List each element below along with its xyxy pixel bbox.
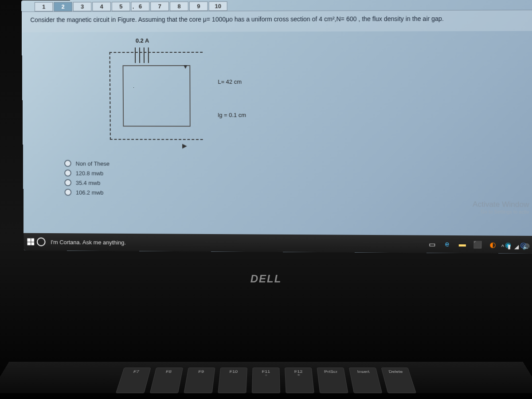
- laptop-photo: 1 2 3 4 5 6 7 8 9 10 Consider the magnet…: [0, 0, 532, 399]
- tab-10[interactable]: 10: [209, 1, 227, 11]
- key-f8: F8: [150, 368, 183, 393]
- watermark-sub: Go to Settings to activ: [473, 209, 529, 215]
- current-label: 0.2 A: [136, 37, 149, 44]
- arrow-down-icon: ▼: [182, 63, 188, 70]
- tab-3[interactable]: 3: [73, 2, 92, 11]
- tab-7[interactable]: 7: [150, 2, 169, 11]
- radio-icon[interactable]: [64, 189, 71, 196]
- tab-1[interactable]: 1: [35, 2, 53, 12]
- option-row[interactable]: 35.4 mwb: [64, 179, 532, 188]
- option-label: 106.2 mwb: [76, 189, 104, 196]
- option-label: Non of These: [75, 160, 110, 167]
- core-inner: [122, 65, 190, 127]
- gap-label: lg = 0.1 cm: [218, 112, 246, 118]
- explorer-icon[interactable]: ▬: [456, 238, 469, 250]
- arrow-right-icon: ▶: [182, 142, 187, 149]
- radio-icon[interactable]: [64, 179, 71, 186]
- tab-8[interactable]: 8: [170, 2, 188, 11]
- tab-4[interactable]: 4: [92, 2, 111, 11]
- tab-9[interactable]: 9: [189, 1, 208, 11]
- tab-5[interactable]: 5: [112, 2, 130, 11]
- key-delete: Delete: [381, 368, 416, 393]
- cortana-icon[interactable]: [37, 238, 46, 246]
- radio-icon[interactable]: [64, 169, 71, 176]
- cortana-text[interactable]: I'm Cortana. Ask me anything.: [51, 239, 126, 246]
- chevron-up-icon[interactable]: ^: [501, 243, 504, 250]
- wifi-icon[interactable]: ◢: [514, 243, 519, 250]
- option-row[interactable]: 120.8 mwb: [64, 169, 532, 178]
- option-label: 35.4 mwb: [76, 180, 100, 186]
- answer-options: Non of These 120.8 mwb 35.4 mwb 106.2 mw…: [64, 160, 532, 198]
- option-label: 120.8 mwb: [76, 170, 104, 176]
- tab-2[interactable]: 2: [54, 2, 72, 11]
- laptop-brand: DELL: [250, 273, 282, 285]
- key-f12: F12☀: [285, 368, 314, 393]
- taskbar: I'm Cortana. Ask me anything. ▭ e ▬ ⬛ ◐ …: [24, 233, 532, 254]
- windows-watermark: Activate Window Go to Settings to activ: [473, 200, 529, 215]
- key-f10: F10: [218, 368, 247, 393]
- keyboard: F7 F8 F9 F10 F11☼ F12☀ PrtScr Insert Del…: [0, 362, 532, 393]
- store-icon[interactable]: ⬛: [471, 238, 484, 250]
- start-icon[interactable]: [27, 239, 34, 246]
- radio-icon[interactable]: [64, 160, 71, 167]
- question-text: Consider the magnetic circuit in Figure.…: [22, 10, 532, 32]
- watermark-title: Activate Window: [473, 200, 529, 209]
- coil-icon: [131, 45, 158, 63]
- firefox-icon[interactable]: ◐: [486, 238, 499, 250]
- key-prtscr: PrtScr: [317, 368, 348, 393]
- option-row[interactable]: Non of These: [64, 160, 532, 168]
- tab-6[interactable]: 6: [131, 2, 149, 11]
- key-f7: F7: [116, 368, 151, 393]
- length-label: L= 42 cm: [218, 78, 242, 85]
- volume-icon[interactable]: 🔊: [522, 243, 529, 250]
- key-f9: F9: [184, 368, 215, 393]
- battery-icon[interactable]: ▮: [508, 243, 511, 250]
- laptop-screen: 1 2 3 4 5 6 7 8 9 10 Consider the magnet…: [21, 0, 532, 254]
- option-row[interactable]: 106.2 mwb: [64, 189, 532, 198]
- key-f11: F11☼: [252, 368, 280, 393]
- task-view-icon[interactable]: ▭: [426, 238, 438, 250]
- circuit-diagram: 0.2 A ▼ ▶ L= 42 cm lg = 0.1 cm: [96, 36, 224, 147]
- key-insert: Insert: [349, 368, 382, 393]
- system-tray[interactable]: ^ ▮ ◢ 🔊: [501, 243, 530, 250]
- edge-icon[interactable]: e: [441, 238, 453, 250]
